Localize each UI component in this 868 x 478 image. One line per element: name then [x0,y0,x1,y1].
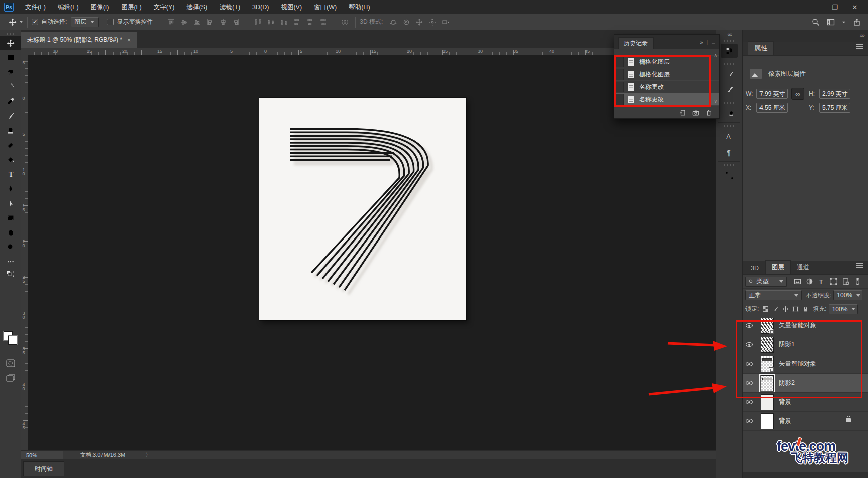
history-source-checkbox[interactable] [615,69,624,80]
history-tab[interactable]: 历史记录 [618,37,654,49]
tool-path-select[interactable] [0,196,21,210]
filter-image-icon[interactable] [794,278,801,285]
menu-item-10[interactable]: 帮助(H) [344,1,375,14]
collapse-panel-icon[interactable]: » [700,39,703,45]
tab-layers[interactable]: 图层 [765,260,791,274]
tool-quick-select[interactable] [0,79,21,94]
menu-item-2[interactable]: 图像(I) [86,1,115,14]
tool-zoom[interactable] [0,240,21,254]
menu-item-8[interactable]: 视图(V) [276,1,307,14]
tool-move[interactable] [0,36,21,50]
fill-dropdown[interactable]: 100% [829,304,858,314]
dist-center-icon[interactable] [304,17,315,28]
new-doc-from-state-icon[interactable] [679,109,686,116]
tool-eyedropper[interactable] [0,94,21,108]
dist-middle-icon[interactable] [265,17,276,28]
opacity-dropdown[interactable]: 100% [833,290,862,300]
blend-mode-dropdown[interactable]: 正常 [745,290,802,300]
visibility-toggle[interactable] [743,316,756,335]
tool-marquee[interactable] [0,50,21,65]
filter-shape-icon[interactable] [830,278,837,285]
layer-name[interactable]: 矢量智能对象 [779,360,816,368]
status-chevron-icon[interactable]: 〉 [145,451,151,459]
tool-brush[interactable] [0,108,21,123]
menu-item-9[interactable]: 窗口(W) [309,1,342,14]
panel-menu-icon[interactable] [856,46,863,47]
scroll-up-icon[interactable]: ∧ [714,53,717,58]
layer-name[interactable]: 阴影2 [779,379,795,387]
delete-state-icon[interactable] [705,109,712,116]
menu-item-5[interactable]: 选择(S) [181,1,212,14]
layer-thumbnail[interactable] [761,318,774,334]
visibility-toggle[interactable] [743,412,756,431]
menu-item-6[interactable]: 滤镜(T) [214,1,245,14]
lock-pixels-icon[interactable] [772,306,779,312]
scroll-down-icon[interactable]: ∨ [714,99,717,104]
panel-menu-icon[interactable]: ≡ [711,38,715,46]
tool-shape[interactable] [0,210,21,225]
layer-name[interactable]: 阴影1 [779,340,795,349]
3d-scale-icon[interactable] [440,17,451,28]
menu-item-4[interactable]: 文字(Y) [149,1,180,14]
dist-right-icon[interactable] [317,17,329,28]
show-transform-checkbox[interactable] [107,19,114,25]
lock-all-icon[interactable] [802,306,809,312]
share-icon[interactable] [853,18,861,26]
collapse-dock-icon[interactable]: »» [860,32,864,38]
close-button[interactable]: ✕ [845,0,865,14]
panel-menu-icon[interactable] [856,265,863,266]
screen-mode-icon[interactable] [0,371,21,385]
tool-pen[interactable] [0,181,21,196]
panel-button-brushes[interactable] [721,83,738,97]
filter-toggle-icon[interactable] [854,278,861,285]
layer-row-2[interactable]: 矢量智能对象 [743,354,868,374]
history-item-0[interactable]: 栅格化图层 [614,56,719,68]
artboard[interactable] [259,98,466,320]
layer-thumbnail[interactable] [761,413,774,429]
panel-button-character[interactable]: A [721,129,738,143]
maximize-button[interactable]: ❐ [825,0,845,14]
chevron-down-icon[interactable] [842,21,845,23]
lock-position-icon[interactable] [782,306,789,312]
menu-item-1[interactable]: 编辑(E) [53,1,84,14]
panel-button-clone-source[interactable] [721,106,738,120]
layer-row-4[interactable]: 背景 [743,393,868,412]
menu-item-7[interactable]: 3D(D) [247,2,274,13]
link-dimensions-button[interactable]: ∞ [791,88,804,100]
timeline-tab[interactable]: 时间轴 [23,461,64,476]
minimize-button[interactable]: – [805,0,825,14]
toolbar-grip[interactable] [6,33,16,35]
document-tab[interactable]: 未标题-1 @ 50% (阴影2, RGB/8#) * × [21,32,137,48]
tab-properties[interactable]: 属性 [748,41,774,55]
tool-type[interactable]: T [0,167,21,181]
swap-colors-icon[interactable] [0,269,21,280]
visibility-toggle[interactable] [743,354,756,374]
zoom-level-field[interactable]: 50% [21,451,63,460]
history-item-1[interactable]: 栅格化图层 [614,68,719,81]
3d-drag-icon[interactable] [414,17,425,28]
layer-thumbnail[interactable] [761,375,774,391]
quick-mask-icon[interactable] [0,355,21,370]
workspace-icon[interactable] [827,18,835,26]
layer-name[interactable]: 背景 [779,398,791,406]
align-right-icon[interactable] [231,17,242,28]
tab-channels[interactable]: 通道 [791,261,815,274]
align-middle-v-icon[interactable] [178,17,189,28]
tool-clone-stamp[interactable] [0,123,21,138]
tool-more[interactable] [0,254,21,269]
history-source-checkbox[interactable] [615,82,624,92]
tab-3d[interactable]: 3D [745,262,765,274]
layer-row-5[interactable]: 背景 [743,412,868,431]
3d-rotate-icon[interactable] [388,17,399,28]
dist-bottom-icon[interactable] [278,17,289,28]
visibility-toggle[interactable] [743,374,756,393]
menu-item-3[interactable]: 图层(L) [116,1,146,14]
filter-smart-icon[interactable] [842,278,849,285]
layer-row-3[interactable]: 阴影2 [743,374,868,393]
background-color[interactable] [8,336,17,345]
new-snapshot-icon[interactable] [692,109,699,116]
y-field[interactable]: 5.75 厘米 [819,103,850,113]
auto-align-icon[interactable] [339,17,350,28]
lock-artboard-icon[interactable] [792,306,799,312]
panel-button-paragraph[interactable]: ¶ [721,145,738,159]
